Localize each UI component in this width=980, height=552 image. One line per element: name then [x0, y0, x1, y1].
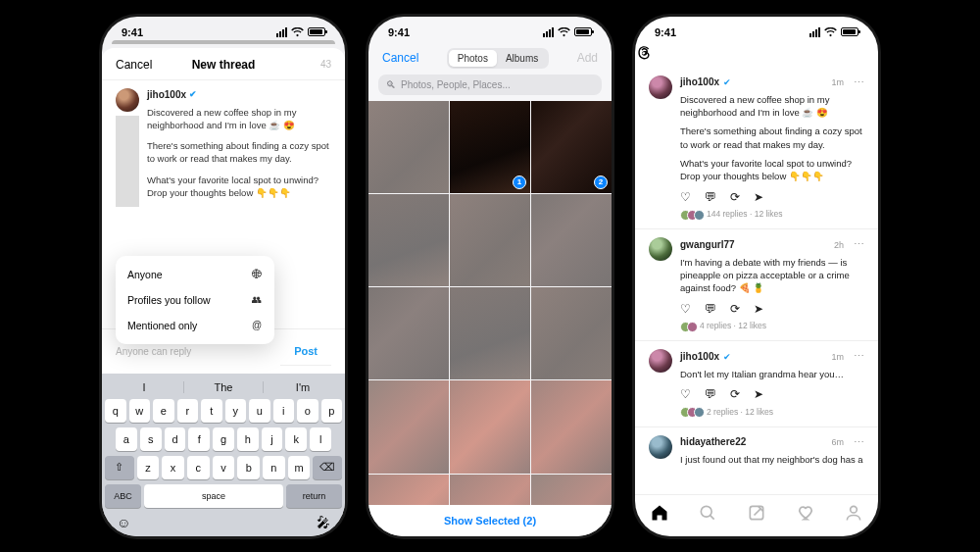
reply-icon[interactable]: 💬︎: [705, 386, 716, 403]
key-q[interactable]: q: [105, 399, 126, 423]
post-menu-icon[interactable]: ⋯: [848, 75, 864, 90]
show-selected-button[interactable]: Show Selected (2): [368, 505, 612, 536]
key-m[interactable]: m: [288, 456, 311, 479]
post-username[interactable]: hidayathere22: [680, 435, 746, 449]
avatar[interactable]: [649, 349, 672, 373]
key-r[interactable]: r: [177, 399, 199, 423]
audience-mentioned[interactable]: Mentioned only@: [116, 313, 274, 338]
username[interactable]: jiho100x✔: [147, 88, 331, 102]
reply-icon[interactable]: 💬︎: [705, 189, 716, 206]
key-p[interactable]: p: [321, 399, 343, 423]
shift-key[interactable]: ⇧: [105, 456, 134, 479]
post-username[interactable]: jiho100x: [680, 350, 719, 364]
post-menu-icon[interactable]: ⋯: [848, 349, 864, 364]
like-icon[interactable]: ♡: [680, 189, 691, 206]
segment-albums[interactable]: Albums: [497, 50, 547, 67]
post-menu-icon[interactable]: ⋯: [848, 237, 864, 252]
post-stats[interactable]: 2 replies · 12 likes: [680, 407, 864, 419]
avatar[interactable]: [116, 88, 139, 112]
share-icon[interactable]: ➤: [754, 301, 763, 318]
repost-icon[interactable]: ⟳: [730, 301, 740, 318]
photo-cell[interactable]: [368, 101, 449, 193]
photo-cell[interactable]: [368, 194, 449, 286]
post-stats[interactable]: 144 replies · 12 likes: [680, 209, 864, 221]
photo-cell[interactable]: [531, 287, 612, 379]
key-j[interactable]: j: [262, 427, 283, 451]
key-c[interactable]: c: [187, 456, 210, 479]
compose-body[interactable]: jiho100x✔ Discovered a new coffee shop i…: [147, 88, 331, 208]
segment-photos[interactable]: Photos: [449, 50, 497, 67]
like-icon[interactable]: ♡: [680, 386, 691, 403]
post-button[interactable]: Post: [280, 337, 331, 366]
photo-cell[interactable]: [531, 475, 612, 505]
photo-cell[interactable]: 1: [450, 101, 530, 193]
key-a[interactable]: a: [116, 427, 137, 451]
cancel-button[interactable]: Cancel: [382, 51, 418, 65]
return-key[interactable]: return: [286, 484, 342, 508]
key-b[interactable]: b: [237, 456, 260, 479]
avatar[interactable]: [649, 75, 672, 99]
post-username[interactable]: jiho100x: [680, 75, 719, 89]
profile-tab-icon[interactable]: [844, 503, 863, 523]
activity-tab-icon[interactable]: [796, 503, 815, 523]
share-icon[interactable]: ➤: [754, 386, 763, 403]
photo-cell[interactable]: [450, 380, 530, 473]
suggestion[interactable]: I: [105, 381, 183, 393]
suggestion[interactable]: The: [183, 381, 263, 393]
segmented-control[interactable]: Photos Albums: [447, 48, 550, 69]
key-f[interactable]: f: [188, 427, 210, 451]
key-g[interactable]: g: [213, 427, 234, 451]
photo-cell[interactable]: [531, 380, 612, 473]
avatar[interactable]: [649, 435, 672, 459]
compose-text[interactable]: What's your favorite local spot to unwin…: [147, 174, 331, 200]
space-key[interactable]: space: [144, 484, 283, 508]
photo-cell[interactable]: [531, 194, 612, 286]
key-v[interactable]: v: [213, 456, 235, 479]
key-n[interactable]: n: [263, 456, 285, 479]
home-tab-icon[interactable]: [650, 503, 669, 523]
photo-cell[interactable]: [368, 287, 449, 379]
key-i[interactable]: i: [273, 399, 295, 423]
post-menu-icon[interactable]: ⋯: [848, 435, 864, 450]
suggestion[interactable]: I'm: [263, 381, 342, 393]
post-username[interactable]: gwangurl77: [680, 238, 735, 252]
audience-follow[interactable]: Profiles you follow👥︎: [116, 287, 274, 313]
reply-icon[interactable]: 💬︎: [705, 301, 716, 318]
repost-icon[interactable]: ⟳: [730, 189, 740, 206]
compose-tab-icon[interactable]: [747, 503, 766, 523]
avatar[interactable]: [649, 237, 672, 261]
app-logo[interactable]: [635, 40, 878, 68]
compose-text[interactable]: There's something about finding a cozy s…: [147, 139, 331, 166]
photo-cell[interactable]: [450, 194, 530, 286]
cancel-button[interactable]: Cancel: [116, 58, 152, 72]
key-d[interactable]: d: [165, 427, 186, 451]
key-x[interactable]: x: [162, 456, 184, 479]
audience-anyone[interactable]: Anyone🌐︎: [116, 262, 274, 287]
photo-cell[interactable]: [368, 475, 449, 505]
post-stats[interactable]: 4 replies · 12 likes: [680, 321, 864, 332]
key-u[interactable]: u: [249, 399, 270, 423]
emoji-key[interactable]: ☺: [117, 515, 130, 530]
photo-cell[interactable]: [450, 287, 530, 379]
key-k[interactable]: k: [285, 427, 307, 451]
abc-key[interactable]: ABC: [105, 484, 141, 508]
share-icon[interactable]: ➤: [754, 189, 763, 206]
key-t[interactable]: t: [201, 399, 222, 423]
backspace-key[interactable]: ⌫: [313, 456, 342, 479]
mic-key[interactable]: 🎤︎: [317, 515, 330, 530]
reply-hint[interactable]: Anyone can reply: [116, 346, 191, 357]
search-tab-icon[interactable]: [698, 503, 717, 523]
photo-cell[interactable]: 2: [531, 101, 612, 193]
key-y[interactable]: y: [225, 399, 247, 423]
key-e[interactable]: e: [153, 399, 174, 423]
key-l[interactable]: l: [310, 427, 331, 451]
key-h[interactable]: h: [237, 427, 259, 451]
photo-cell[interactable]: [368, 380, 449, 473]
search-field[interactable]: 🔍︎ Photos, People, Places...: [378, 75, 602, 95]
add-button[interactable]: Add: [577, 51, 598, 65]
photo-cell[interactable]: [450, 475, 530, 505]
compose-text[interactable]: Discovered a new coffee shop in my neigh…: [147, 106, 331, 132]
feed[interactable]: jiho100x ✔ 1m ⋯ Discovered a new coffee …: [635, 68, 878, 494]
repost-icon[interactable]: ⟳: [730, 386, 740, 403]
key-z[interactable]: z: [137, 456, 160, 479]
